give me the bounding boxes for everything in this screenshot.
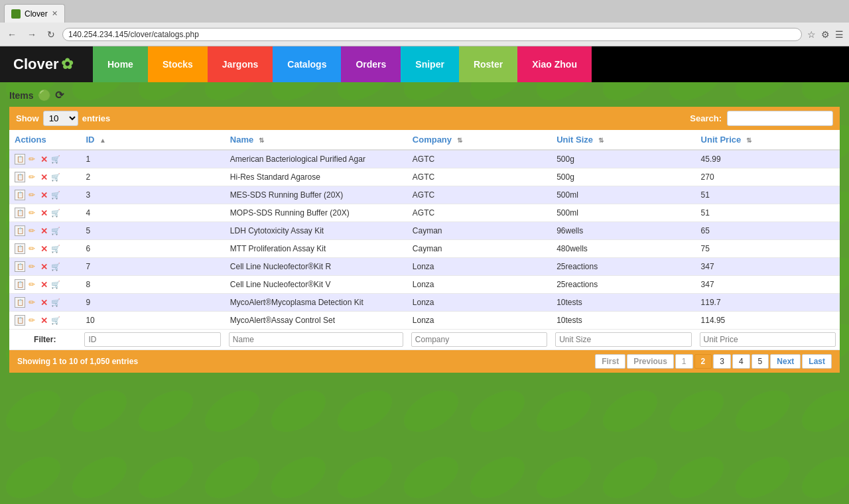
menu-icon[interactable]: ☰: [834, 28, 845, 41]
row-company: Lonza: [407, 276, 551, 294]
delete-icon[interactable]: ✕: [38, 261, 49, 272]
edit-icon[interactable]: ✏: [27, 154, 37, 164]
delete-icon[interactable]: ✕: [38, 297, 49, 308]
cart-icon[interactable]: 🛒: [50, 154, 61, 164]
cart-icon[interactable]: 🛒: [50, 261, 61, 272]
page-3-button[interactable]: 3: [713, 354, 731, 369]
back-button[interactable]: ←: [4, 28, 20, 41]
row-unit-price: 347: [696, 258, 840, 276]
extensions-icon[interactable]: ⚙: [820, 28, 831, 41]
filter-unitsize-input[interactable]: [555, 332, 691, 347]
refresh-icon[interactable]: ⟳: [55, 89, 64, 101]
nav-stocks[interactable]: Stocks: [148, 46, 208, 82]
copy-icon[interactable]: 📋: [15, 208, 25, 218]
copy-icon[interactable]: 📋: [15, 243, 25, 254]
copy-icon[interactable]: 📋: [15, 261, 25, 272]
cart-icon[interactable]: 🛒: [50, 279, 61, 290]
row-name: LDH Cytotoxicity Assay Kit: [225, 222, 407, 240]
row-name: Cell Line Nucleofector®Kit V: [225, 276, 407, 294]
edit-icon[interactable]: ✏: [27, 225, 37, 236]
entries-select[interactable]: 10 25 50 100: [43, 111, 78, 126]
col-id[interactable]: ID ▲: [80, 130, 224, 150]
edit-icon[interactable]: ✏: [27, 208, 37, 218]
cart-icon[interactable]: 🛒: [50, 315, 61, 326]
tab-title: Clover: [25, 9, 48, 19]
last-page-button[interactable]: Last: [802, 354, 832, 369]
table-row: 📋 ✏ ✕ 🛒 7 Cell Line Nucleofector®Kit R L…: [9, 258, 840, 276]
add-item-icon[interactable]: 🟢: [38, 89, 51, 101]
search-input[interactable]: [727, 111, 833, 126]
table-row: 📋 ✏ ✕ 🛒 10 MycoAlert®Assay Control Set L…: [9, 312, 840, 330]
nav-sniper[interactable]: Sniper: [401, 46, 459, 82]
filter-unitprice-input[interactable]: [700, 332, 836, 347]
forward-button[interactable]: →: [24, 28, 40, 41]
star-icon[interactable]: ☆: [806, 28, 817, 41]
edit-icon[interactable]: ✏: [27, 190, 37, 200]
table-row: 📋 ✏ ✕ 🛒 4 MOPS-SDS Running Buffer (20X) …: [9, 204, 840, 222]
delete-icon[interactable]: ✕: [38, 172, 49, 182]
copy-icon[interactable]: 📋: [15, 225, 25, 236]
row-unit-price: 51: [696, 186, 840, 204]
nav-catalogs[interactable]: Catalogs: [273, 46, 341, 82]
previous-page-button[interactable]: Previous: [627, 354, 674, 369]
delete-icon[interactable]: ✕: [38, 154, 49, 164]
cart-icon[interactable]: 🛒: [50, 190, 61, 200]
delete-icon[interactable]: ✕: [38, 225, 49, 236]
cart-icon[interactable]: 🛒: [50, 208, 61, 218]
delete-icon[interactable]: ✕: [38, 279, 49, 290]
delete-icon[interactable]: ✕: [38, 243, 49, 254]
col-company[interactable]: Company ⇅: [407, 130, 551, 150]
cart-icon[interactable]: 🛒: [50, 172, 61, 182]
col-unit-size[interactable]: Unit Size ⇅: [551, 130, 695, 150]
copy-icon[interactable]: 📋: [15, 154, 25, 164]
nav-roster[interactable]: Roster: [459, 46, 517, 82]
first-page-button[interactable]: First: [595, 354, 625, 369]
row-unit-price: 51: [696, 204, 840, 222]
edit-icon[interactable]: ✏: [27, 315, 37, 326]
copy-icon[interactable]: 📋: [15, 315, 25, 326]
filter-company-input[interactable]: [411, 332, 547, 347]
col-name[interactable]: Name ⇅: [225, 130, 407, 150]
browser-chrome: Clover ✕ ← → ↻ 140.254.234.145/clover/ca…: [0, 0, 849, 46]
row-company: AGTC: [407, 168, 551, 186]
nav-user[interactable]: Xiao Zhou: [517, 46, 592, 82]
filter-id-input[interactable]: [84, 332, 220, 347]
page-5-button[interactable]: 5: [751, 354, 769, 369]
cart-icon[interactable]: 🛒: [50, 243, 61, 254]
copy-icon[interactable]: 📋: [15, 190, 25, 200]
copy-icon[interactable]: 📋: [15, 297, 25, 308]
page-2-button[interactable]: 2: [694, 354, 712, 369]
edit-icon[interactable]: ✏: [27, 279, 37, 290]
tab-close-button[interactable]: ✕: [52, 9, 58, 18]
delete-icon[interactable]: ✕: [38, 315, 49, 326]
edit-icon[interactable]: ✏: [27, 243, 37, 254]
cart-icon[interactable]: 🛒: [50, 297, 61, 308]
row-company: AGTC: [407, 150, 551, 168]
col-unit-price[interactable]: Unit Price ⇅: [696, 130, 840, 150]
address-bar[interactable]: 140.254.234.145/clover/catalogs.php: [62, 28, 802, 41]
sort-company-icon: ⇅: [457, 137, 462, 144]
col-actions: Actions: [9, 130, 80, 150]
nav-orders[interactable]: Orders: [341, 46, 401, 82]
row-id: 5: [80, 222, 224, 240]
nav-jargons[interactable]: Jargons: [208, 46, 273, 82]
sort-unitprice-icon: ⇅: [746, 137, 751, 144]
reload-button[interactable]: ↻: [44, 28, 58, 41]
copy-icon[interactable]: 📋: [15, 172, 25, 182]
edit-icon[interactable]: ✏: [27, 261, 37, 272]
next-page-button[interactable]: Next: [770, 354, 801, 369]
nav-home[interactable]: Home: [93, 46, 148, 82]
cart-icon[interactable]: 🛒: [50, 225, 61, 236]
row-unit-price: 45.99: [696, 150, 840, 168]
edit-icon[interactable]: ✏: [27, 172, 37, 182]
page-4-button[interactable]: 4: [732, 354, 750, 369]
active-tab[interactable]: Clover ✕: [4, 4, 65, 23]
filter-name-input[interactable]: [229, 332, 403, 347]
row-company: Lonza: [407, 258, 551, 276]
delete-icon[interactable]: ✕: [38, 208, 49, 218]
edit-icon[interactable]: ✏: [27, 297, 37, 308]
filter-id-cell: [80, 330, 224, 350]
page-1-button[interactable]: 1: [675, 354, 693, 369]
copy-icon[interactable]: 📋: [15, 279, 25, 290]
delete-icon[interactable]: ✕: [38, 190, 49, 200]
